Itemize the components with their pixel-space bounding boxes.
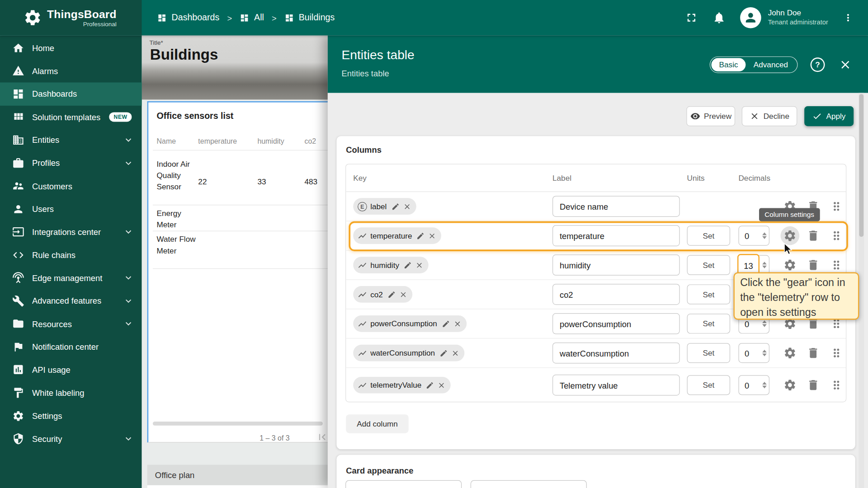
units-set-button[interactable]: Set [687, 375, 731, 395]
delete-column-button[interactable] [804, 256, 823, 275]
remove-icon[interactable] [428, 231, 436, 239]
units-set-button[interactable]: Set [687, 314, 731, 333]
sidebar-item-profiles[interactable]: Profiles [0, 151, 142, 174]
remove-icon[interactable] [415, 261, 424, 269]
label-input[interactable]: temperature [552, 225, 680, 246]
sidebar-item-advanced-features[interactable]: Advanced features [0, 289, 142, 312]
edit-icon[interactable] [391, 202, 399, 211]
sidebar-item-alarms[interactable]: Alarms [0, 60, 142, 83]
remove-icon[interactable] [438, 381, 446, 389]
sidebar-item-entities[interactable]: Entities [0, 128, 142, 151]
sidebar-item-users[interactable]: Users [0, 197, 142, 221]
column-settings-button[interactable] [781, 256, 800, 275]
label-input[interactable]: powerConsumption [552, 313, 680, 334]
sidebar-item-rule-chains[interactable]: Rule chains [0, 244, 142, 267]
tab-basic[interactable]: Basic [711, 58, 745, 71]
breadcrumb-buildings[interactable]: Buildings [284, 13, 335, 23]
drag-handle[interactable] [827, 256, 846, 275]
decimals-input[interactable]: 0 [738, 343, 769, 363]
avatar[interactable] [740, 7, 761, 28]
widget-col-temperature: temperature [198, 137, 237, 145]
spinner[interactable] [762, 232, 767, 239]
remove-icon[interactable] [451, 349, 459, 357]
delete-column-button[interactable] [804, 343, 823, 362]
edit-icon[interactable] [442, 319, 450, 328]
first-page-icon[interactable] [316, 431, 328, 443]
card-appearance-title: Card appearance [346, 466, 413, 475]
edit-icon[interactable] [426, 381, 434, 389]
sidebar-item-solution-templates[interactable]: Solution templates NEW [0, 105, 142, 128]
remove-icon[interactable] [399, 290, 407, 298]
drag-handle[interactable] [827, 197, 846, 216]
notifications-bell-icon[interactable] [712, 11, 726, 24]
more-menu-icon[interactable] [843, 12, 854, 23]
sidebar-item-edge-management[interactable]: Edge management [0, 267, 142, 290]
divider [153, 205, 330, 205]
close-icon[interactable] [839, 58, 852, 71]
add-column-button[interactable]: Add column [346, 414, 408, 433]
sidebar-item-notification-center[interactable]: Notification center [0, 335, 142, 358]
decimals-input[interactable]: 0 [738, 226, 769, 246]
edit-icon[interactable] [387, 290, 396, 298]
help-icon[interactable]: ? [811, 57, 825, 72]
sidebar-item-settings[interactable]: Settings [0, 404, 142, 427]
drag-handle[interactable] [827, 375, 846, 394]
appearance-input[interactable] [345, 480, 462, 488]
breadcrumb-all[interactable]: All [240, 13, 264, 23]
tab-advanced[interactable]: Advanced [746, 58, 796, 71]
drag-handle[interactable] [827, 343, 846, 362]
sidebar-item-home[interactable]: Home [0, 37, 142, 60]
key-chip[interactable]: co2 [353, 286, 412, 303]
apply-button[interactable]: Apply [804, 106, 854, 126]
label-input[interactable]: co2 [552, 284, 680, 305]
units-set-button[interactable]: Set [687, 226, 731, 246]
preview-button[interactable]: Preview [686, 106, 735, 126]
units-set-button[interactable]: Set [687, 284, 731, 304]
fullscreen-icon[interactable] [685, 11, 698, 24]
units-set-button[interactable]: Set [687, 255, 731, 275]
key-chip[interactable]: telemetryValue [353, 377, 451, 394]
edit-icon[interactable] [404, 261, 412, 269]
decline-button[interactable]: Decline [742, 106, 797, 126]
column-settings-button[interactable] [781, 226, 800, 245]
remove-icon[interactable] [403, 202, 411, 211]
dashboard-title[interactable]: Buildings [150, 47, 218, 64]
spinner[interactable] [762, 382, 767, 389]
breadcrumb-dashboards[interactable]: Dashboards [157, 13, 219, 23]
logo[interactable]: ThingsBoard Professional [0, 0, 142, 35]
key-chip[interactable]: temperature [353, 227, 441, 244]
spinner[interactable] [762, 350, 767, 357]
appearance-input[interactable] [471, 480, 587, 488]
decimals-input[interactable]: 0 [738, 375, 769, 395]
sidebar-item-integrations-center[interactable]: Integrations center [0, 221, 142, 244]
label-input[interactable]: Telemetry value [552, 375, 680, 396]
key-chip[interactable]: waterConsumption [353, 345, 464, 361]
user-info[interactable]: John Doe Tenant administrator [768, 8, 828, 27]
panel-scrollbar-thumb[interactable] [859, 94, 863, 237]
label-input[interactable]: waterConsumption [552, 343, 680, 364]
spinner[interactable] [762, 262, 767, 268]
sidebar-item-customers[interactable]: Customers [0, 174, 142, 197]
key-chip[interactable]: powerConsumption [353, 315, 467, 332]
edit-icon[interactable] [439, 349, 448, 357]
sidebar-item-api-usage[interactable]: API usage [0, 358, 142, 381]
column-settings-button[interactable] [781, 343, 800, 362]
key-chip[interactable]: E label [353, 198, 416, 215]
widget-horizontal-scrollbar[interactable] [153, 422, 323, 426]
delete-column-button[interactable] [804, 226, 823, 245]
spinner[interactable] [762, 320, 767, 327]
edit-icon[interactable] [416, 231, 425, 239]
label-input[interactable]: Device name [552, 196, 680, 217]
label-input[interactable]: humidity [552, 254, 680, 276]
sidebar-item-dashboards[interactable]: Dashboards [0, 83, 142, 106]
units-set-button[interactable]: Set [687, 343, 731, 363]
office-sensors-widget[interactable]: Office sensors list Name temperature hum… [147, 101, 330, 443]
delete-column-button[interactable] [804, 375, 823, 394]
sidebar-item-resources[interactable]: Resources [0, 312, 142, 335]
drag-handle[interactable] [827, 226, 846, 245]
remove-icon[interactable] [453, 319, 461, 328]
sidebar-item-security[interactable]: Security [0, 427, 142, 450]
key-chip[interactable]: humidity [353, 257, 429, 273]
sidebar-item-white-labeling[interactable]: White labeling [0, 381, 142, 404]
column-settings-button[interactable] [781, 375, 800, 394]
